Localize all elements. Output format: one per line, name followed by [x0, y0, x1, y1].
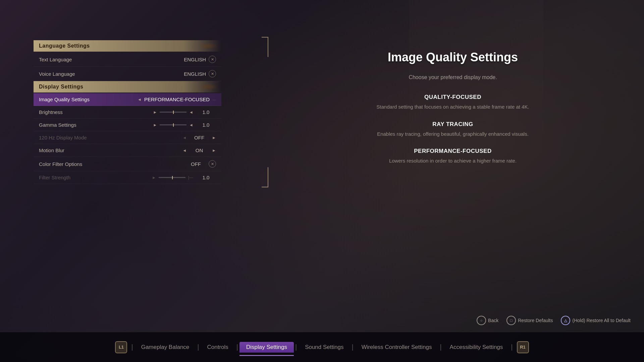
- left-settings-panel: Language Settings Text Language ENGLISH …: [34, 40, 262, 184]
- settings-list: Language Settings Text Language ENGLISH …: [34, 40, 221, 184]
- bracket-bottom-left: [262, 167, 268, 187]
- filter-strength-slider: [159, 177, 185, 178]
- filter-strength-row: Filter Strength ► |— 1.0: [34, 171, 221, 184]
- motion-blur-value: ON: [189, 147, 209, 153]
- image-quality-value: PERFORMANCE-FOCUSED: [144, 97, 210, 102]
- performance-focused-option: PERFORMANCE-FOCUSED Lowers resolution in…: [389, 148, 517, 165]
- 120hz-right-arrow: ►: [212, 135, 216, 140]
- tab-sound-settings-label: Sound Settings: [298, 342, 350, 353]
- tab-accessibility[interactable]: Accessibility Settings: [443, 339, 510, 355]
- restore-all-action[interactable]: △ (Hold) Restore All to Default: [561, 316, 631, 325]
- gamma-label: Gamma Settings: [39, 122, 153, 128]
- quality-focused-title: QUALITY-FOCUSED: [376, 94, 529, 101]
- gamma-track: [160, 124, 186, 125]
- brightness-right-arrow[interactable]: ◄: [189, 110, 193, 115]
- gamma-left-arrow[interactable]: ►: [153, 123, 157, 127]
- motion-blur-row[interactable]: Motion Blur ◄ ON ►: [34, 144, 221, 157]
- brightness-left-arrow[interactable]: ►: [153, 110, 157, 115]
- performance-focused-desc: Lowers resolution in order to achieve a …: [389, 157, 517, 165]
- gamma-value: 1.0: [196, 122, 216, 128]
- r1-button[interactable]: R1: [517, 341, 529, 353]
- performance-focused-title: PERFORMANCE-FOCUSED: [389, 148, 517, 155]
- bottom-actions: ○ Back □ Restore Defaults △ (Hold) Resto…: [477, 316, 631, 325]
- tab-display-settings-label: Display Settings: [239, 342, 294, 353]
- bracket-top-left: [262, 37, 268, 57]
- text-language-value: ENGLISH: [184, 57, 206, 62]
- image-quality-left-arrow[interactable]: ◄: [138, 97, 142, 102]
- 120hz-label: 120 Hz Display Mode: [39, 135, 182, 140]
- tab-wireless-controller-label: Wireless Controller Settings: [355, 342, 439, 353]
- motion-blur-left-arrow[interactable]: ◄: [182, 148, 186, 153]
- restore-defaults-action[interactable]: □ Restore Defaults: [506, 316, 553, 325]
- filter-strength-right-indicator: |—: [188, 175, 193, 180]
- tab-gameplay-balance-label: Gameplay Balance: [135, 342, 196, 353]
- color-filter-value: OFF: [186, 161, 206, 167]
- ray-tracing-option: RAY TRACING Enables ray tracing, offerin…: [377, 121, 529, 138]
- l1-button[interactable]: L1: [115, 341, 127, 353]
- voice-language-row[interactable]: Voice Language ENGLISH ✕: [34, 67, 221, 81]
- tab-gameplay-balance[interactable]: Gameplay Balance: [135, 339, 196, 355]
- restore-all-label: (Hold) Restore All to Default: [572, 318, 631, 323]
- ray-tracing-desc: Enables ray tracing, offering beautiful,…: [377, 130, 529, 138]
- main-area: Language Settings Text Language ENGLISH …: [0, 0, 644, 332]
- filter-strength-track: [159, 177, 185, 178]
- brightness-track: [160, 112, 186, 113]
- r1-label: R1: [520, 345, 526, 350]
- filter-strength-value-area: ► |— 1.0: [152, 175, 216, 180]
- voice-language-value-area: ENGLISH ✕: [184, 70, 216, 77]
- voice-language-label: Voice Language: [39, 71, 184, 77]
- brightness-row[interactable]: Brightness ► ◄ 1.0: [34, 106, 221, 119]
- nav-separator-2: |: [235, 343, 239, 351]
- nav-tabs-container: L1 | Gameplay Balance | Controls | Displ…: [112, 339, 531, 355]
- header-decoration: [198, 43, 218, 49]
- back-action[interactable]: ○ Back: [477, 316, 498, 325]
- motion-blur-right-arrow[interactable]: ►: [212, 148, 216, 153]
- bottom-navigation: L1 | Gameplay Balance | Controls | Displ…: [0, 332, 644, 362]
- nav-separator-1: |: [196, 343, 200, 351]
- text-language-row[interactable]: Text Language ENGLISH ✕: [34, 52, 221, 67]
- color-filter-reset-icon[interactable]: ✕: [209, 160, 216, 168]
- display-settings-header: Display Settings: [34, 81, 221, 93]
- voice-language-value: ENGLISH: [184, 71, 206, 77]
- image-quality-value-area: ◄ PERFORMANCE-FOCUSED —: [138, 97, 216, 102]
- 120hz-row: 120 Hz Display Mode ◄ OFF ►: [34, 131, 221, 144]
- 120hz-value: OFF: [189, 135, 209, 140]
- gamma-row[interactable]: Gamma Settings ► ◄ 1.0: [34, 119, 221, 131]
- voice-language-reset-icon[interactable]: ✕: [209, 70, 216, 77]
- image-quality-row[interactable]: Image Quality Settings ◄ PERFORMANCE-FOC…: [34, 93, 221, 106]
- restore-all-icon: △: [561, 316, 570, 325]
- filter-strength-value: 1.0: [196, 175, 216, 180]
- tab-controls[interactable]: Controls: [201, 339, 235, 355]
- tab-display-settings[interactable]: Display Settings: [239, 339, 294, 355]
- back-button-icon: ○: [477, 316, 486, 325]
- 120hz-value-area: ◄ OFF ►: [182, 135, 216, 140]
- gamma-slider[interactable]: [160, 124, 186, 125]
- text-language-reset-icon[interactable]: ✕: [209, 56, 216, 63]
- back-label: Back: [488, 318, 498, 323]
- color-filter-row[interactable]: Color Filter Options OFF ✕: [34, 157, 221, 171]
- tab-sound-settings[interactable]: Sound Settings: [298, 339, 350, 355]
- content-wrapper: Language Settings Text Language ENGLISH …: [0, 0, 644, 362]
- tab-wireless-controller[interactable]: Wireless Controller Settings: [355, 339, 439, 355]
- restore-defaults-label: Restore Defaults: [518, 318, 553, 323]
- brightness-value-area: ► ◄ 1.0: [153, 109, 216, 115]
- brightness-slider[interactable]: [160, 112, 186, 113]
- l1-label: L1: [119, 345, 124, 350]
- quality-focused-option: QUALITY-FOCUSED Standard setting that fo…: [376, 94, 529, 111]
- gamma-thumb: [173, 123, 174, 127]
- motion-blur-value-area: ◄ ON ►: [182, 147, 216, 153]
- right-info-panel: Image Quality Settings Choose your prefe…: [262, 40, 644, 182]
- tab-controls-label: Controls: [201, 342, 235, 353]
- image-quality-right-indicator: —: [212, 98, 216, 102]
- filter-strength-thumb: [172, 176, 173, 179]
- gamma-right-arrow[interactable]: ◄: [189, 123, 193, 127]
- info-panel-title: Image Quality Settings: [388, 50, 518, 64]
- nav-separator-0: |: [130, 343, 134, 351]
- gamma-value-area: ► ◄ 1.0: [153, 122, 216, 128]
- nav-separator-5: |: [438, 343, 443, 351]
- nav-separator-4: |: [350, 343, 355, 351]
- color-filter-label: Color Filter Options: [39, 161, 186, 167]
- motion-blur-label: Motion Blur: [39, 147, 182, 153]
- color-filter-value-area: OFF ✕: [186, 160, 216, 168]
- language-settings-label: Language Settings: [39, 43, 90, 49]
